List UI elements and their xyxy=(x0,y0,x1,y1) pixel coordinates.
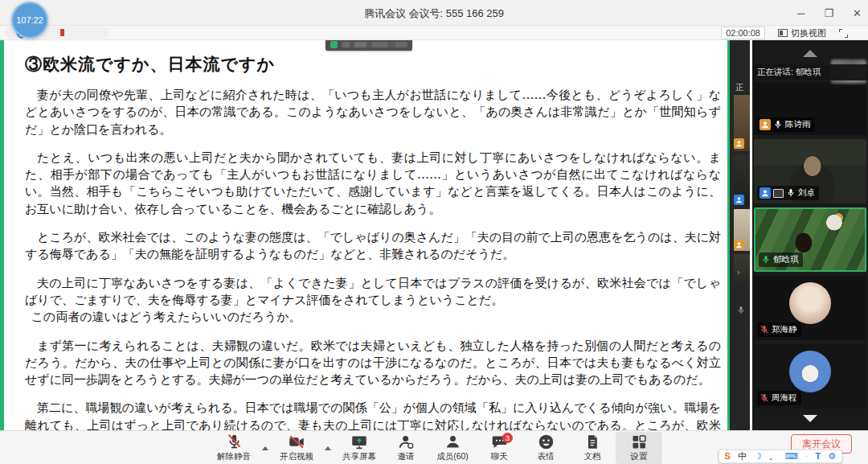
mic-on-icon xyxy=(786,188,796,198)
shared-screen-area: ③欧米流ですか、日本流ですか 妻が夫の同僚や先輩、上司などに紹介された時は、「い… xyxy=(0,40,868,430)
invite-button[interactable]: 邀请 xyxy=(383,432,429,464)
video-options-arrow[interactable] xyxy=(325,446,331,450)
document-icon xyxy=(584,433,600,450)
mic-options-arrow[interactable] xyxy=(262,446,268,450)
participant-name: 刘卓 xyxy=(798,187,815,199)
scroll-down-arrow-icon[interactable] xyxy=(803,415,817,422)
active-speaker-label: 正在讲话: 郁晗琪 xyxy=(752,64,868,80)
participant-name: 周海程 xyxy=(772,392,797,404)
avatar xyxy=(789,351,831,392)
member-icon xyxy=(444,433,461,450)
settings-button[interactable]: 设置 xyxy=(616,432,662,464)
camera-off-icon xyxy=(288,433,305,450)
smiley-icon xyxy=(538,433,555,450)
sharing-status-icon xyxy=(330,41,338,48)
participant-name: 陈诗雨 xyxy=(785,119,811,130)
strip-video-fragment xyxy=(734,254,750,281)
ime-toolbox-icon[interactable]: ⚙ xyxy=(828,450,836,462)
emoji-button[interactable]: 表情 xyxy=(522,432,569,464)
mic-active-icon xyxy=(761,255,771,265)
participant-video-panel: 正在讲话: 郁晗琪 陈诗雨 xyxy=(752,40,868,430)
participant-name: 郑海静 xyxy=(772,324,797,335)
avatar xyxy=(789,282,831,324)
recording-indicator-icon[interactable] xyxy=(60,29,64,36)
apps-grid-icon xyxy=(631,433,647,450)
nested-meeting-window-edge: 正 › xyxy=(727,40,750,430)
meeting-toolbar-top: 02:00:08 切换视图 xyxy=(0,26,868,40)
meeting-duration: 02:00:08 xyxy=(721,27,765,39)
scroll-up-arrow-icon[interactable] xyxy=(803,50,817,57)
start-video-button[interactable]: 开启视频 xyxy=(273,432,320,464)
ime-toolbar: S 中 ☽ 。 ⌨ · T ⚙ xyxy=(719,450,842,463)
share-control-banner[interactable] xyxy=(326,40,412,51)
window-titlebar: 腾讯会议 会议号: 555 166 259 ─ ❐ ✕ xyxy=(0,0,868,26)
timer-value: 107:22 xyxy=(16,15,43,25)
minimize-button[interactable]: ─ xyxy=(797,7,805,19)
switch-view-button[interactable]: 切换视图 xyxy=(778,27,826,39)
members-button[interactable]: 成员(60) xyxy=(429,432,476,464)
ime-mode-chinese[interactable]: 中 xyxy=(738,450,747,462)
document-paragraph: 第二に、職場観の違いが考えられる。日本では職場での関係「公」が個人の領域「私」に… xyxy=(25,400,721,430)
floating-timer-bubble[interactable]: 107:22 xyxy=(11,2,48,39)
video-tile-zhouhaicheng[interactable]: 周海程 xyxy=(754,344,866,409)
host-badge-icon xyxy=(734,240,744,250)
mic-muted-icon xyxy=(226,433,243,450)
chat-button[interactable]: 3 聊天 xyxy=(476,432,522,464)
close-button[interactable]: ✕ xyxy=(853,7,862,19)
share-screen-button[interactable]: 共享屏幕 xyxy=(336,432,383,464)
document-paragraph: この両者の違いはどう考えたらいいのだろうか。 xyxy=(25,309,721,326)
document-paragraph: 夫の上司に丁寧なあいさつをする妻は、「よくできた妻」として日本ではプラスの評価を… xyxy=(25,275,721,310)
maximize-button[interactable]: ❐ xyxy=(824,7,833,19)
ime-skin-icon[interactable]: T xyxy=(815,450,821,462)
participant-name: 郁晗琪 xyxy=(773,254,799,265)
ime-voice-icon[interactable]: · xyxy=(805,450,809,462)
mic-on-icon xyxy=(773,120,783,129)
layout-icon xyxy=(778,29,788,37)
window-title: 腾讯会议 会议号: 555 166 259 xyxy=(0,6,868,21)
ime-halfmoon-icon[interactable]: ☽ xyxy=(754,450,762,462)
mic-muted-icon xyxy=(760,393,769,403)
share-screen-icon xyxy=(350,433,368,450)
member-badge-icon xyxy=(760,187,771,199)
unmute-button[interactable]: 解除静音 xyxy=(211,432,257,464)
banner-text-blur xyxy=(342,42,407,47)
chat-unread-badge: 3 xyxy=(502,433,513,443)
document-paragraph: ところが、欧米社会では、このような妻の態度は、「でしゃばりの奥さんだ」「夫の目の… xyxy=(25,229,721,264)
strip-mic-icon xyxy=(736,306,746,315)
video-tile-zhenghaijing[interactable]: 郑海静 xyxy=(754,276,866,340)
docs-button[interactable]: 文档 xyxy=(569,432,616,464)
sogou-logo-icon[interactable]: S xyxy=(725,450,731,462)
tencent-meeting-window: 腾讯会议 会议号: 555 166 259 ─ ❐ ✕ 02:00:08 切换视… xyxy=(0,0,868,464)
ime-keyboard-icon[interactable]: ⌨ xyxy=(785,450,798,462)
collapse-panel-arrow-icon[interactable]: › xyxy=(737,267,740,277)
meeting-control-bar: 解除静音 开启视频 共享屏幕 邀请 成员(60) 3 xyxy=(0,430,868,464)
screen-share-mini-icon xyxy=(773,189,784,198)
video-tile-chenshiyu[interactable]: 陈诗雨 xyxy=(754,82,866,135)
member-badge-icon xyxy=(734,195,744,205)
shared-document: ③欧米流ですか、日本流ですか 妻が夫の同僚や先輩、上司などに紹介された時は、「い… xyxy=(0,40,727,430)
strip-speaking-text: 正 xyxy=(735,82,743,93)
host-badge-icon xyxy=(760,119,771,130)
document-paragraph: まず第一に考えられることは、夫婦観の違いだ。欧米では夫婦といえども、独立した人格… xyxy=(25,338,721,389)
video-tile-yuhanqi-speaking[interactable]: 郁晗琪 xyxy=(754,207,866,272)
document-paragraph: 妻が夫の同僚や先輩、上司などに紹介された時は、「いつも主人がお世話になりまして…… xyxy=(25,87,721,138)
mic-muted-icon xyxy=(760,325,769,335)
video-tile-liuzhuo[interactable]: 刘卓 xyxy=(754,139,866,203)
host-badge-icon xyxy=(734,138,744,149)
document-paragraph: たとえ、いつも出来の悪い上司だと夫から聞かされていても、妻は上司に対し丁寧にあい… xyxy=(25,150,721,218)
invite-person-icon xyxy=(398,433,415,450)
ime-punctuation-icon[interactable]: 。 xyxy=(769,450,778,462)
document-title: ③欧米流ですか、日本流ですか xyxy=(25,53,721,76)
fullscreen-icon[interactable] xyxy=(839,29,848,38)
